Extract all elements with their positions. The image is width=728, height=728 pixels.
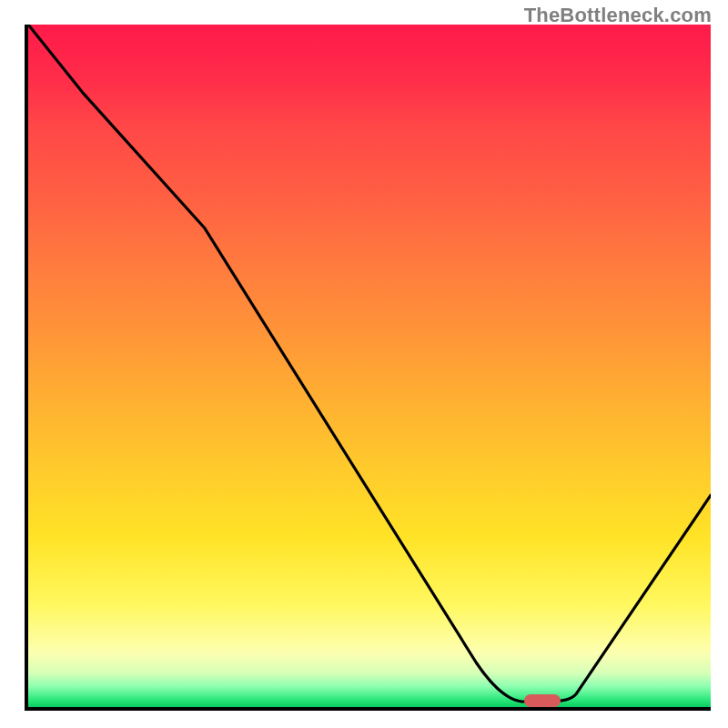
plot-area	[25, 25, 711, 711]
curve-layer	[28, 25, 711, 707]
chart-container: TheBottleneck.com	[0, 0, 728, 728]
bottleneck-curve	[28, 25, 711, 702]
optimal-range-marker	[524, 694, 561, 707]
